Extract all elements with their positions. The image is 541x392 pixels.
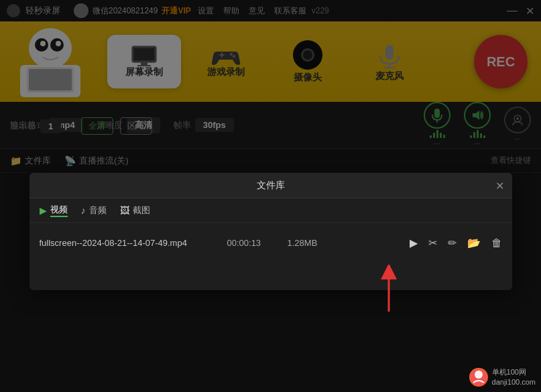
modal-header: 文件库 ✕: [29, 173, 512, 198]
screenshot-tab-label: 截图: [133, 204, 150, 216]
edit-button[interactable]: ✏: [448, 237, 457, 249]
watermark-text: 单机100网 danji100.com: [492, 367, 536, 387]
video-tab-label: 视频: [50, 204, 68, 217]
modal-title: 文件库: [257, 180, 285, 192]
file-size: 1.28MB: [288, 238, 341, 248]
file-duration: 00:00:13: [227, 238, 288, 248]
modal-overlay: 文件库 ✕ ▶ 视频 ♪ 音频 🖼 截图 fullscreen--2024-08…: [0, 0, 541, 392]
folder-button[interactable]: 📂: [467, 237, 481, 249]
cut-button[interactable]: ✂: [428, 237, 437, 249]
play-button[interactable]: ▶: [410, 237, 418, 249]
video-tab-icon: ▶: [40, 205, 47, 216]
delete-button[interactable]: 🗑: [491, 237, 502, 249]
svg-point-27: [475, 371, 483, 379]
table-row: fullscreen--2024-08-21--14-07-49.mp4 00:…: [40, 231, 502, 255]
file-actions: ▶ ✂ ✏ 📂 🗑: [410, 237, 502, 249]
screenshot-tab-icon: 🖼: [120, 205, 129, 216]
file-name: fullscreen--2024-08-21--14-07-49.mp4: [40, 238, 227, 248]
watermark-logo: [469, 368, 488, 387]
file-library-modal: 文件库 ✕ ▶ 视频 ♪ 音频 🖼 截图 fullscreen--2024-08…: [29, 173, 512, 290]
modal-close-button[interactable]: ✕: [495, 179, 504, 192]
audio-tab-label: 音频: [89, 204, 107, 216]
tab-video[interactable]: ▶ 视频: [40, 204, 68, 217]
audio-tab-icon: ♪: [81, 205, 86, 216]
modal-tabs: ▶ 视频 ♪ 音频 🖼 截图: [29, 198, 512, 223]
tab-audio[interactable]: ♪ 音频: [81, 204, 107, 216]
modal-content: fullscreen--2024-08-21--14-07-49.mp4 00:…: [29, 223, 512, 290]
watermark: 单机100网 danji100.com: [469, 367, 536, 387]
tab-screenshot[interactable]: 🖼 截图: [120, 204, 150, 216]
